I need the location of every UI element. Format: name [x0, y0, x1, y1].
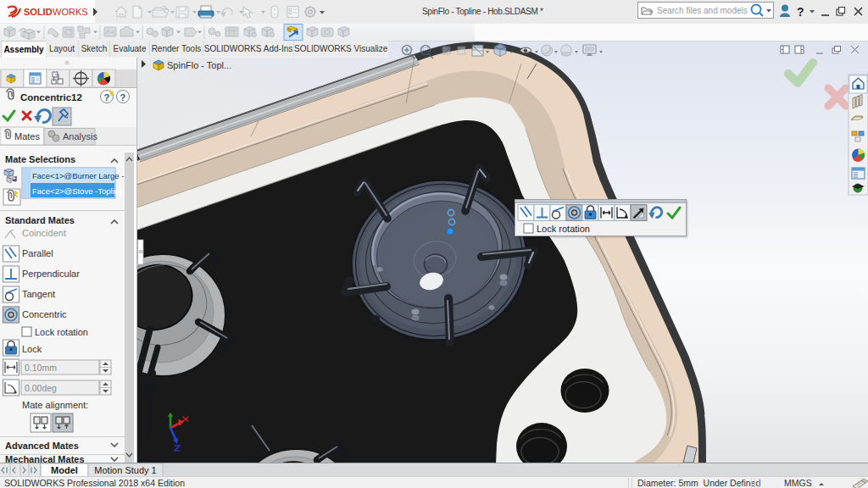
svg-text:Coincident: Coincident	[22, 228, 66, 238]
svg-text:Parallel: Parallel	[22, 248, 53, 258]
svg-text:Lock rotation: Lock rotation	[35, 327, 88, 337]
svg-text:Model: Model	[51, 465, 78, 475]
svg-text:Mate alignment:: Mate alignment:	[22, 400, 88, 410]
svg-text:Lock rotation: Lock rotation	[537, 224, 590, 234]
svg-text:Analysis: Analysis	[63, 131, 97, 141]
svg-text:Mates: Mates	[14, 131, 40, 141]
svg-text:SOLID: SOLID	[24, 7, 53, 17]
svg-text:Concentric12: Concentric12	[20, 92, 82, 103]
svg-text:Mechanical Mates: Mechanical Mates	[5, 454, 85, 463]
svg-text:SpinFlo - Topl...: SpinFlo - Topl...	[167, 60, 231, 70]
svg-text:Lock: Lock	[22, 344, 42, 354]
svg-text:WORKS: WORKS	[53, 7, 88, 17]
svg-text:Advanced Mates: Advanced Mates	[5, 441, 79, 451]
svg-text:0.10mm: 0.10mm	[25, 363, 57, 373]
svg-text:Tangent: Tangent	[22, 289, 55, 299]
svg-text:?: ?	[104, 92, 110, 103]
svg-text:Standard Mates: Standard Mates	[5, 215, 75, 225]
svg-text:0.00deg: 0.00deg	[25, 383, 57, 393]
svg-text:Concentric: Concentric	[22, 309, 67, 319]
svg-text:Face<1>@Burner Large -: Face<1>@Burner Large -	[32, 171, 124, 180]
svg-text:Perpendicular: Perpendicular	[22, 269, 80, 279]
svg-text:?: ?	[120, 92, 126, 103]
svg-text:Motion Study 1: Motion Study 1	[94, 465, 156, 475]
svg-text:Face<2>@Stove -Topline -: Face<2>@Stove -Topline -	[32, 186, 128, 196]
svg-text:?: ?	[797, 5, 804, 19]
svg-text:Mate Selections: Mate Selections	[5, 154, 75, 164]
